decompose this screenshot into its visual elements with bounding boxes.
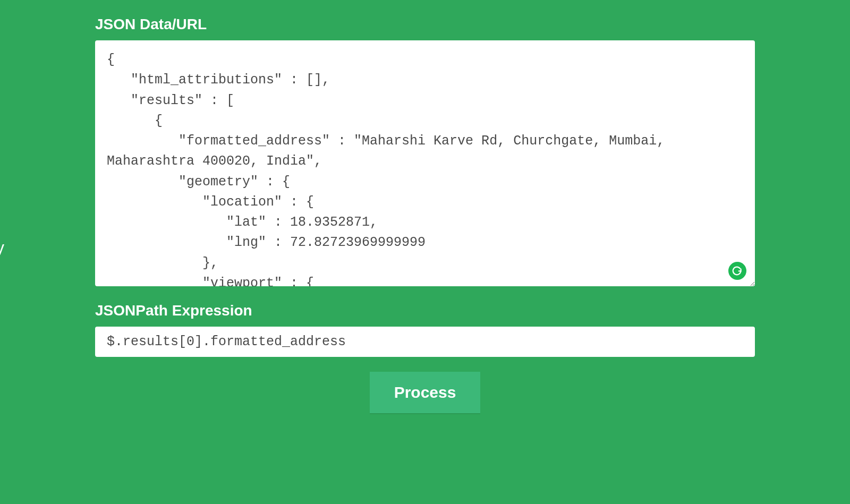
- jsonpath-input[interactable]: [95, 327, 755, 357]
- jsonpath-section: JSONPath Expression: [95, 302, 755, 357]
- button-row: Process: [95, 372, 755, 413]
- json-textarea-wrapper: [95, 40, 755, 288]
- form-container: JSON Data/URL JSONPath Expression Proces…: [61, 16, 789, 413]
- partial-side-text: y: [0, 238, 4, 258]
- json-data-label: JSON Data/URL: [95, 16, 755, 33]
- process-button[interactable]: Process: [370, 372, 481, 413]
- json-data-section: JSON Data/URL: [95, 16, 755, 288]
- jsonpath-label: JSONPath Expression: [95, 302, 755, 319]
- json-data-textarea[interactable]: [95, 40, 755, 286]
